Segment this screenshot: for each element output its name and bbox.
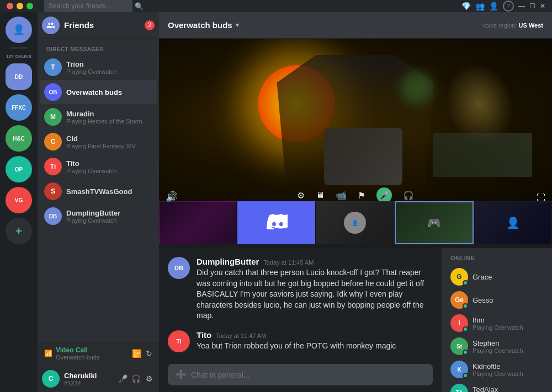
dm-status-tito: Playing Overwatch bbox=[66, 168, 152, 174]
friends-icon[interactable]: 👥 bbox=[475, 2, 485, 10]
status-dot-stephen bbox=[463, 350, 468, 355]
dm-name-muradin: Muradin bbox=[66, 110, 152, 118]
member-info-grace: Grace bbox=[473, 273, 543, 281]
dm-item-dumplingbutter[interactable]: DB DumplingButter Playing Overwatch bbox=[40, 204, 157, 228]
member-status-ihm: Playing Overwatch bbox=[473, 324, 543, 331]
msg-content-2: Tito Today at 11:47 AM Yea but Trion rob… bbox=[197, 330, 433, 352]
minimize-window-button[interactable] bbox=[17, 3, 23, 9]
video-thumb-5[interactable]: 👤 bbox=[475, 201, 552, 244]
member-grace[interactable]: G Grace bbox=[446, 266, 548, 288]
dm-info-overwatch-buds: Overwatch buds bbox=[66, 88, 152, 96]
msg-content-1: DumplingButter Today at 11:45 AM Did you… bbox=[197, 257, 433, 321]
friends-search-input[interactable] bbox=[44, 0, 132, 12]
video-settings-button[interactable]: ⚙ bbox=[297, 190, 305, 201]
help-icon[interactable]: ? bbox=[503, 1, 514, 12]
member-avatar-gesso: Ge bbox=[450, 291, 468, 309]
video-call-disconnect-icon[interactable]: 📴 bbox=[132, 349, 141, 358]
dm-avatar-tito: Ti bbox=[44, 158, 62, 175]
close-window-button[interactable] bbox=[7, 3, 13, 9]
video-stream: 🔊 ⚙ 🖥 📹 ⚑ 🎤 🎧 ⛶ bbox=[159, 39, 552, 248]
dm-item-muradin[interactable]: M Muradin Playing Heroes of the Storm bbox=[40, 105, 157, 129]
video-thumb-3[interactable]: 👤 bbox=[316, 201, 394, 244]
search-icon[interactable]: 🔍 bbox=[135, 2, 144, 10]
add-server-button[interactable]: + bbox=[6, 218, 32, 244]
channel-dropdown-arrow[interactable]: ▾ bbox=[236, 22, 239, 29]
server-item-op[interactable]: OP bbox=[6, 156, 32, 182]
dm-avatar-overwatch-buds: OB bbox=[44, 83, 62, 101]
dm-name-cid: Cid bbox=[66, 135, 152, 143]
chat-input[interactable] bbox=[191, 370, 425, 379]
message-1: DB DumplingButter Today at 11:45 AM Did … bbox=[168, 257, 433, 321]
dm-item-overwatch-buds[interactable]: OB Overwatch buds bbox=[40, 80, 157, 104]
mute-button[interactable]: 🎤 bbox=[117, 373, 128, 384]
add-friend-icon[interactable]: 👤 bbox=[489, 2, 498, 10]
close-icon[interactable]: ✕ bbox=[540, 2, 545, 10]
dm-item-trion[interactable]: T Trion Playing Overwatch bbox=[40, 55, 157, 79]
member-name-tedajax: TedAjax bbox=[473, 385, 543, 393]
msg-time-2: Today at 11:47 AM bbox=[216, 332, 266, 339]
volume-icon[interactable]: 🔊 bbox=[166, 191, 178, 203]
video-call-label: 📶 Video Call Overwatch buds 📴 ↻ bbox=[44, 346, 152, 361]
nitro-icon[interactable]: 💎 bbox=[461, 2, 471, 10]
dm-status-trion: Playing Overwatch bbox=[66, 68, 152, 75]
msg-header-2: Tito Today at 11:47 AM bbox=[197, 330, 433, 340]
channel-header: Overwatch buds ▾ voice region: US West bbox=[159, 12, 552, 39]
headset-button[interactable]: 🎧 bbox=[403, 190, 414, 201]
dm-info-cid: Cid Playing Final Fantasy XIV bbox=[66, 135, 152, 149]
dm-item-smashtv[interactable]: S SmashTVWasGood bbox=[40, 179, 157, 203]
msg-header-1: DumplingButter Today at 11:45 AM bbox=[197, 257, 433, 266]
video-call-settings-icon[interactable]: ↻ bbox=[146, 349, 152, 358]
video-thumb-1[interactable] bbox=[159, 201, 236, 244]
content-area: Overwatch buds ▾ voice region: US West bbox=[159, 12, 552, 392]
user-discriminator: #1234 bbox=[64, 380, 113, 386]
messages-column: DB DumplingButter Today at 11:45 AM Did … bbox=[159, 248, 442, 392]
member-gesso[interactable]: Ge Gesso bbox=[446, 289, 548, 311]
dm-item-cid[interactable]: C Cid Playing Final Fantasy XIV bbox=[40, 130, 157, 154]
flag-button[interactable]: ⚑ bbox=[358, 190, 365, 201]
status-dot-kidnoftle bbox=[463, 373, 468, 378]
member-name-gesso: Gesso bbox=[473, 296, 543, 304]
expand-icon[interactable]: ⛶ bbox=[537, 193, 545, 203]
dm-status-muradin: Playing Heroes of the Storm bbox=[66, 118, 152, 125]
server-item-hc[interactable]: H&C bbox=[6, 125, 32, 152]
screen-share-button[interactable]: 🖥 bbox=[316, 190, 325, 200]
dm-info-tito: Tito Playing Overwatch bbox=[66, 159, 152, 174]
dm-item-tito[interactable]: Ti Tito Playing Overwatch bbox=[40, 154, 157, 179]
server-item-ffxc[interactable]: FFXC bbox=[6, 94, 32, 121]
video-thumb-2[interactable] bbox=[237, 201, 315, 244]
video-call-section: 📶 Video Call Overwatch buds 📴 ↻ bbox=[38, 341, 159, 365]
dm-avatar-muradin: M bbox=[44, 108, 62, 126]
dm-info-dumplingbutter: DumplingButter Playing Overwatch bbox=[66, 209, 152, 224]
member-stephen[interactable]: St Stephen Playing Overwatch bbox=[446, 335, 548, 357]
video-call-text: Video Call bbox=[56, 346, 99, 354]
minimize-icon[interactable]: — bbox=[518, 2, 525, 10]
member-ihm[interactable]: I Ihm Playing Overwatch bbox=[446, 312, 548, 334]
deafen-button[interactable]: 🎧 bbox=[130, 373, 141, 384]
member-tedajax[interactable]: TA TedAjax Playing Overwatch bbox=[446, 382, 548, 392]
video-camera-button[interactable]: 📹 bbox=[336, 190, 347, 201]
member-info-ihm: Ihm Playing Overwatch bbox=[473, 316, 543, 331]
mic-button[interactable]: 🎤 bbox=[376, 187, 392, 203]
friends-header-icon bbox=[42, 17, 60, 34]
dm-status-dumplingbutter: Playing Overwatch bbox=[66, 217, 152, 224]
user-area: C Cherukiki #1234 🎤 🎧 ⚙ bbox=[38, 365, 159, 392]
video-controls: ⚙ 🖥 📹 ⚑ 🎤 🎧 bbox=[297, 187, 414, 203]
friends-label: Friends bbox=[64, 20, 145, 30]
member-avatar-kidnoftle: K bbox=[450, 361, 468, 378]
friends-badge: 2 bbox=[145, 20, 155, 30]
dm-name-tito: Tito bbox=[66, 159, 152, 168]
server-list-divider bbox=[10, 47, 28, 49]
user-avatar-large[interactable]: 👤 bbox=[6, 17, 32, 43]
maximize-window-button[interactable] bbox=[26, 3, 33, 9]
video-thumb-4[interactable]: 🎮 bbox=[395, 201, 473, 244]
member-name-kidnoftle: Kidnoftle bbox=[473, 362, 543, 370]
video-main-display bbox=[159, 39, 552, 201]
chat-area: DB DumplingButter Today at 11:45 AM Did … bbox=[159, 248, 552, 392]
online-members-panel: ONLINE G Grace Ge bbox=[442, 248, 552, 392]
server-item-dd[interactable]: DD bbox=[6, 63, 32, 90]
maximize-icon[interactable]: ☐ bbox=[529, 2, 535, 10]
chat-attach-icon[interactable]: ➕ bbox=[176, 369, 187, 380]
member-kidnoftle[interactable]: K Kidnoftle Playing Overwatch bbox=[446, 358, 548, 380]
user-settings-button[interactable]: ⚙ bbox=[144, 373, 155, 384]
server-item-vg[interactable]: VG bbox=[6, 187, 32, 213]
